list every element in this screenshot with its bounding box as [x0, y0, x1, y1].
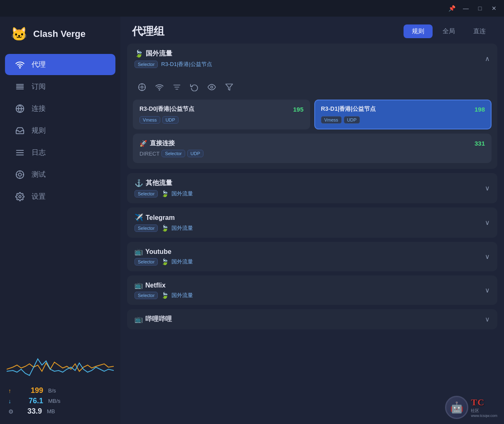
proxy-node-0[interactable]: R3-D0|香港|公益节点 195 Vmess UDP — [133, 100, 310, 129]
sidebar-item-rules[interactable]: 规则 — [5, 120, 115, 141]
proxy-list: 🍃 国外流量 Selector R3-D1|香港|公益节点 ∧ — [120, 44, 504, 424]
node-name-0: R3-D0|香港|公益节点 — [139, 105, 290, 113]
network-chart — [7, 346, 114, 380]
group-header-youtube[interactable]: 📺 Youtube Selector 🍃 国外流量 ∨ — [127, 242, 497, 271]
main-header: 代理组 规则 全局 直连 — [120, 17, 504, 44]
group-header-other[interactable]: ⚓ 其他流量 Selector 🍃 国外流量 ∨ — [127, 173, 497, 203]
youtube-name-text: Youtube — [145, 248, 171, 256]
pin-button[interactable]: 📌 — [445, 2, 458, 15]
other-emoji: ⚓ — [135, 179, 143, 188]
node-badge-vmess-1: Vmess — [321, 116, 342, 124]
toolbar-eye-icon[interactable] — [204, 80, 219, 95]
bilibili-chevron-icon: ∨ — [485, 315, 490, 323]
download-value: 76.1 — [18, 397, 43, 405]
node-top-1: R3-D1|香港|公益节点 198 — [321, 105, 485, 113]
group-header-foreign[interactable]: 🍃 国外流量 Selector R3-D1|香港|公益节点 ∧ — [127, 44, 497, 74]
page-title: 代理组 — [132, 24, 164, 39]
direct-node[interactable]: 🚀 直接连接 331 DIRECT Selector UDP — [133, 134, 492, 163]
proxy-toolbar — [133, 77, 492, 100]
close-button[interactable]: ✕ — [487, 2, 501, 15]
upload-stat: ↑ 199 B/s — [8, 386, 112, 395]
direct-label-text: DIRECT — [139, 151, 159, 157]
proxy-node-1[interactable]: R3-D1|香港|公益节点 198 Vmess UDP — [314, 100, 492, 129]
telegram-chevron-icon: ∨ — [485, 219, 490, 227]
rules-mode-button[interactable]: 规则 — [404, 24, 433, 38]
proxy-nodes-grid: R3-D0|香港|公益节点 195 Vmess UDP R3-D1|香港 — [133, 100, 492, 129]
group-header-bilibili[interactable]: 📺 哔哩哔哩 ∨ — [127, 309, 497, 329]
bilibili-emoji: 📺 — [135, 315, 143, 323]
group-meta-telegram: Selector 🍃 国外流量 — [135, 224, 193, 232]
toolbar-filter-icon[interactable] — [222, 80, 237, 95]
maximize-button[interactable]: □ — [473, 2, 487, 15]
group-title-area-other: ⚓ 其他流量 Selector 🍃 国外流量 — [135, 179, 193, 197]
download-stat: ↓ 76.1 MB/s — [8, 397, 112, 405]
upload-arrow-icon: ↑ — [8, 387, 15, 394]
group-card-youtube: 📺 Youtube Selector 🍃 国外流量 ∨ — [127, 242, 497, 271]
youtube-chevron-icon: ∨ — [485, 253, 490, 261]
toolbar-target-icon[interactable] — [135, 80, 149, 95]
sidebar-nav: 代理 订阅 连接 — [0, 50, 120, 341]
group-name-youtube: 📺 Youtube — [135, 248, 193, 256]
toolbar-speedtest-icon[interactable] — [152, 80, 167, 95]
svg-point-11 — [18, 173, 21, 176]
other-current: 🍃 国外流量 — [161, 190, 193, 197]
globe-icon — [15, 104, 25, 113]
group-card-other: ⚓ 其他流量 Selector 🍃 国外流量 ∨ — [127, 173, 497, 203]
group-header-netflix[interactable]: 📺 Netflix Selector 🍃 国外流量 ∨ — [127, 275, 497, 305]
cpu-unit: MB — [47, 408, 55, 414]
app-name: Clash Verge — [33, 29, 86, 39]
svg-point-14 — [141, 86, 143, 88]
wifi-icon — [15, 60, 25, 69]
toolbar-sort-icon[interactable] — [169, 80, 184, 95]
sidebar-stats: ↑ 199 B/s ↓ 76.1 MB/s ⚙ 33.9 MB — [0, 383, 120, 424]
node-badge-udp-1: UDP — [344, 116, 360, 124]
group-title-area-netflix: 📺 Netflix Selector 🍃 国外流量 — [135, 281, 193, 299]
sidebar-item-test[interactable]: 测试 — [5, 164, 115, 185]
direct-name: 🚀 直接连接 — [139, 139, 175, 147]
youtube-current-text: 国外流量 — [171, 258, 193, 266]
foreign-chevron-icon: ∧ — [485, 55, 490, 63]
netflix-current-text: 国外流量 — [171, 292, 193, 299]
bilibili-name-text: 哔哩哔哩 — [145, 315, 172, 324]
group-name-telegram: ✈️ Telegram — [135, 213, 193, 222]
direct-latency: 331 — [475, 140, 485, 147]
foreign-current: R3-D1|香港|公益节点 — [161, 61, 212, 68]
group-name-netflix: 📺 Netflix — [135, 281, 193, 289]
telegram-current: 🍃 国外流量 — [161, 224, 193, 232]
youtube-emoji: 📺 — [135, 248, 143, 256]
group-header-telegram[interactable]: ✈️ Telegram Selector 🍃 国外流量 ∨ — [127, 207, 497, 238]
telegram-selector-badge: Selector — [135, 224, 158, 232]
direct-udp-badge: UDP — [187, 150, 203, 157]
youtube-current-emoji: 🍃 — [161, 258, 169, 266]
toolbar-refresh-icon[interactable] — [187, 80, 202, 95]
group-title-area-telegram: ✈️ Telegram Selector 🍃 国外流量 — [135, 213, 193, 232]
sidebar-item-subscriptions[interactable]: 订阅 — [5, 76, 115, 97]
sidebar-item-settings[interactable]: 设置 — [5, 186, 115, 207]
main-content: 代理组 规则 全局 直连 🍃 国外流量 Selector — [120, 17, 504, 424]
group-title-area-youtube: 📺 Youtube Selector 🍃 国外流量 — [135, 248, 193, 266]
netflix-chevron-icon: ∨ — [485, 286, 490, 294]
cpu-value: 33.9 — [17, 407, 42, 416]
youtube-selector-badge: Selector — [135, 258, 158, 266]
group-meta-foreign: Selector R3-D1|香港|公益节点 — [135, 61, 212, 68]
svg-marker-24 — [226, 84, 233, 90]
titlebar: 📌 — □ ✕ — [0, 0, 504, 17]
sidebar-logo: 🐱 Clash Verge — [0, 17, 120, 50]
sidebar-item-connections[interactable]: 连接 — [5, 98, 115, 119]
group-meta-youtube: Selector 🍃 国外流量 — [135, 258, 193, 266]
group-title-area-bilibili: 📺 哔哩哔哩 — [135, 315, 172, 324]
other-current-text: 国外流量 — [171, 190, 193, 197]
sidebar-label-rules: 规则 — [32, 126, 46, 135]
sidebar-label-test: 测试 — [32, 170, 46, 179]
minimize-button[interactable]: — — [459, 2, 472, 15]
sidebar-item-proxy[interactable]: 代理 — [5, 54, 115, 75]
sidebar-label-subscriptions: 订阅 — [32, 82, 46, 91]
test-icon — [15, 170, 25, 179]
group-title-area-foreign: 🍃 国外流量 Selector R3-D1|香港|公益节点 — [135, 49, 212, 68]
sidebar-item-logs[interactable]: 日志 — [5, 142, 115, 163]
direct-mode-button[interactable]: 直连 — [465, 24, 494, 38]
direct-emoji: 🚀 — [139, 140, 147, 147]
netflix-name-text: Netflix — [145, 282, 166, 289]
group-name-foreign: 🍃 国外流量 — [135, 49, 212, 58]
global-mode-button[interactable]: 全局 — [434, 24, 463, 38]
